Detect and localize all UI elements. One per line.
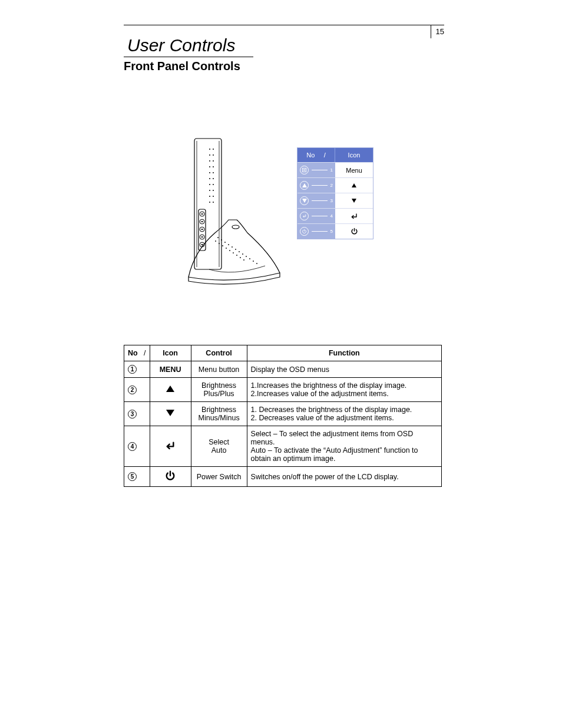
svg-point-3 (228, 244, 229, 245)
row-icon: MENU (150, 361, 191, 378)
legend-num-1: 1 (330, 167, 333, 173)
svg-point-8 (246, 256, 247, 257)
svg-point-19 (240, 257, 241, 258)
svg-point-28 (209, 166, 210, 167)
svg-point-39 (213, 196, 214, 197)
row-function: Display the OSD menus (247, 361, 441, 378)
legend-head-no: No / (297, 148, 335, 162)
legend-num-5: 5 (330, 229, 333, 234)
th-slash: / (144, 349, 146, 357)
row-control: SelectAuto (191, 426, 247, 467)
th-control: Control (191, 345, 247, 361)
top-rule (124, 25, 444, 25)
legend-head-slash: / (324, 151, 326, 159)
title-rule (124, 57, 253, 57)
icon-legend-table: No / Icon 1 Menu (297, 147, 373, 239)
controls-table: No / Icon Control Function 1MENUMenu but… (124, 345, 442, 487)
svg-point-15 (226, 248, 227, 249)
svg-point-41 (213, 202, 214, 203)
svg-point-38 (209, 196, 210, 197)
enter-icon (300, 212, 309, 220)
svg-point-44 (201, 213, 203, 215)
row-function: 1. Decreases the brightness of the displ… (247, 402, 441, 426)
row-function: Select – To select the adjustment items … (247, 426, 441, 467)
chapter-title: User Controls (127, 35, 430, 55)
row-icon (150, 426, 191, 467)
table-row: 4SelectAutoSelect – To select the adjust… (124, 426, 442, 467)
table-row: 2Brightness Plus/Plus1.Increases the bri… (124, 378, 442, 402)
legend-icon-cell-3 (335, 193, 373, 208)
svg-point-40 (209, 202, 210, 203)
svg-point-21 (232, 225, 239, 229)
legend-row-4: 4 (297, 208, 373, 223)
legend-num-2: 2 (330, 183, 333, 188)
svg-point-35 (213, 184, 214, 185)
legend-num-4: 4 (330, 213, 333, 219)
th-no-text: No (128, 349, 138, 357)
table-row: 3Brightness Minus/Minus1. Decreases the … (124, 402, 442, 426)
svg-point-32 (209, 178, 210, 179)
th-no: No / (124, 345, 150, 361)
monitor-illustration (183, 133, 283, 292)
legend-icon-cell-2 (335, 178, 373, 193)
th-icon: Icon (150, 345, 191, 361)
svg-point-17 (233, 252, 234, 253)
svg-point-27 (213, 160, 214, 162)
svg-point-11 (256, 263, 257, 264)
icon-legend-header: No / Icon (297, 148, 373, 162)
up-icon (300, 181, 309, 190)
svg-point-25 (213, 154, 214, 156)
menu-icon (300, 166, 309, 174)
svg-point-33 (213, 178, 214, 179)
row-control: Power Switch (191, 467, 247, 487)
svg-point-52 (201, 244, 203, 246)
legend-icon-cell-1: Menu (335, 163, 373, 177)
table-row: 5Power SwitchSwitches on/off the power o… (124, 467, 442, 487)
svg-point-50 (201, 236, 203, 238)
power-icon (300, 227, 309, 236)
svg-point-48 (201, 229, 203, 230)
svg-point-31 (213, 172, 214, 173)
svg-point-6 (239, 251, 240, 252)
svg-rect-53 (302, 168, 306, 172)
svg-point-24 (209, 154, 210, 156)
svg-point-37 (213, 190, 214, 191)
svg-point-29 (213, 166, 214, 167)
svg-point-7 (242, 253, 243, 255)
row-control: Menu button (191, 361, 247, 378)
svg-point-12 (215, 241, 216, 242)
row-no: 4 (124, 426, 150, 467)
svg-point-14 (222, 245, 223, 246)
legend-row-3: 3 (297, 193, 373, 208)
svg-point-23 (213, 149, 214, 150)
row-icon (150, 467, 191, 487)
legend-head-icon: Icon (335, 148, 373, 162)
svg-point-46 (201, 221, 203, 223)
legend-num-3: 3 (330, 198, 333, 203)
svg-point-22 (209, 149, 210, 150)
svg-point-10 (253, 261, 254, 262)
figure-area: No / Icon 1 Menu (183, 133, 373, 292)
page-number: 15 (431, 25, 444, 38)
title-block: User Controls Front Panel Controls (124, 35, 430, 73)
svg-point-36 (209, 190, 210, 191)
legend-row-5: 5 (297, 223, 373, 239)
row-function: 1.Increases the brightness of the displa… (247, 378, 441, 402)
legend-row-1: 1 Menu (297, 162, 373, 177)
table-header-row: No / Icon Control Function (124, 345, 442, 361)
legend-icon-cell-5 (335, 224, 373, 239)
svg-point-18 (236, 255, 237, 256)
svg-point-26 (209, 160, 210, 162)
row-no: 2 (124, 378, 150, 402)
legend-head-no-text: No (306, 151, 315, 159)
svg-point-16 (229, 250, 230, 251)
row-icon (150, 402, 191, 426)
svg-point-0 (217, 237, 219, 238)
svg-point-9 (249, 258, 250, 259)
legend-icon-cell-4 (335, 209, 373, 223)
section-title: Front Panel Controls (124, 60, 430, 73)
svg-point-2 (224, 242, 226, 243)
svg-point-4 (232, 246, 233, 248)
table-row: 1MENUMenu buttonDisplay the OSD menus (124, 361, 442, 378)
down-icon (300, 196, 309, 205)
